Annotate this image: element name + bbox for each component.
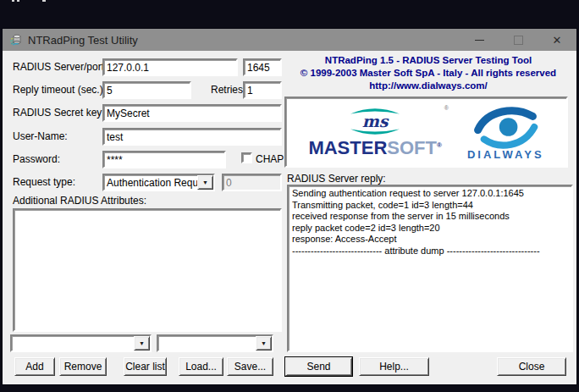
secret-key-input[interactable] xyxy=(102,104,282,122)
mastersoft-wordmark: MASTERSOFT® xyxy=(308,139,441,157)
port-input[interactable] xyxy=(243,58,282,76)
copyright-line: © 1999-2003 Master Soft SpA - Italy - Al… xyxy=(284,67,573,80)
server-reply-label: RADIUS Server reply: xyxy=(287,173,386,185)
console-output: Radius server listening on port 1645 Acc… xyxy=(0,0,579,28)
window-title: NTRadPing Test Utility xyxy=(28,34,460,47)
chap-label: CHAP xyxy=(256,153,284,165)
retries-label: Retries: xyxy=(211,84,245,96)
chevron-down-icon[interactable]: ▼ xyxy=(256,336,272,351)
dialways-logo: DIALWAYS xyxy=(467,104,544,161)
titlebar[interactable]: NTRadPing Test Utility ✕ xyxy=(3,29,576,51)
app-icon xyxy=(9,33,23,47)
reply-line: response: Access-Accept xyxy=(292,234,568,246)
mastersoft-word-master: MASTER xyxy=(308,137,387,158)
website-line: http://www.dialways.com/ xyxy=(284,80,573,92)
chevron-down-icon[interactable]: ▼ xyxy=(197,175,213,190)
request-type-extra-input xyxy=(222,174,282,191)
registered-mark-icon: ® xyxy=(444,105,449,111)
registered-mark-icon: ® xyxy=(437,141,442,149)
server-input[interactable] xyxy=(102,58,238,76)
reply-timeout-label: Reply timeout (sec.): xyxy=(13,84,106,96)
save-button[interactable]: Save... xyxy=(227,357,273,376)
maximize-icon xyxy=(514,36,523,45)
dialways-eye-icon xyxy=(468,104,543,150)
request-type-label: Request type: xyxy=(13,176,75,188)
app-header-text: NTRadPing 1.5 - RADIUS Server Testing To… xyxy=(284,54,573,92)
chap-checkbox[interactable] xyxy=(241,152,252,163)
help-button[interactable]: Help... xyxy=(359,357,429,376)
server-reply-box[interactable]: Sending authentication request to server… xyxy=(287,185,573,352)
reply-line: received response from the server in 15 … xyxy=(292,211,568,223)
clear-list-button[interactable]: Clear list xyxy=(124,357,167,376)
maximize-button[interactable] xyxy=(499,29,538,51)
retries-input[interactable] xyxy=(243,81,282,99)
close-window-button[interactable]: Close xyxy=(497,357,566,376)
logo-panel: ® ms MASTERSOFT® DIALWAYS xyxy=(284,97,568,168)
ntradping-window: NTRadPing Test Utility ✕ RADIUS Server/p… xyxy=(2,28,577,385)
password-label: Password: xyxy=(13,153,60,165)
remove-button[interactable]: Remove xyxy=(59,357,107,376)
request-type-select[interactable]: Authentication Request ▼ xyxy=(102,174,215,191)
attribute-name-combo[interactable]: ▼ xyxy=(10,334,152,352)
minimize-icon xyxy=(475,40,484,41)
attribute-name-value xyxy=(12,336,134,351)
username-input[interactable] xyxy=(102,128,282,146)
attribute-value-combo[interactable]: ▼ xyxy=(157,334,273,352)
send-button[interactable]: Send xyxy=(285,357,352,376)
secret-key-label: RADIUS Secret key: xyxy=(13,107,105,119)
username-label: User-Name: xyxy=(13,130,68,142)
password-input[interactable] xyxy=(102,151,226,168)
server-port-label: RADIUS Server/port: xyxy=(13,61,107,73)
request-type-value: Authentication Request xyxy=(104,175,197,190)
add-button[interactable]: Add xyxy=(14,357,55,376)
app-title-line: NTRadPing 1.5 - RADIUS Server Testing To… xyxy=(284,54,573,67)
window-controls: ✕ xyxy=(460,29,576,51)
timeout-input[interactable] xyxy=(102,81,191,99)
mastersoft-ms-monogram: ms xyxy=(362,113,389,130)
chevron-down-icon[interactable]: ▼ xyxy=(134,336,150,351)
reply-line: Sending authentication request to server… xyxy=(292,188,568,200)
mastersoft-logo: ® ms MASTERSOFT® xyxy=(308,107,441,157)
client-area: RADIUS Server/port: Reply timeout (sec.)… xyxy=(3,51,576,385)
attribute-value-value xyxy=(158,336,256,351)
attributes-listbox[interactable] xyxy=(13,208,282,332)
mastersoft-swoosh-bottom-icon xyxy=(349,129,401,136)
dialways-wordmark: DIALWAYS xyxy=(467,148,544,161)
load-button[interactable]: Load... xyxy=(179,357,223,376)
minimize-button[interactable] xyxy=(460,29,499,51)
mastersoft-word-soft: SOFT xyxy=(387,137,437,158)
reply-line: ----------------------------- attribute … xyxy=(292,246,568,257)
reply-line: Transmitting packet, code=1 id=3 length=… xyxy=(292,200,568,212)
reply-line: reply packet code=2 id=3 length=20 xyxy=(292,223,568,235)
attributes-label: Additional RADIUS Attributes: xyxy=(13,195,146,207)
close-button[interactable]: ✕ xyxy=(538,29,576,51)
